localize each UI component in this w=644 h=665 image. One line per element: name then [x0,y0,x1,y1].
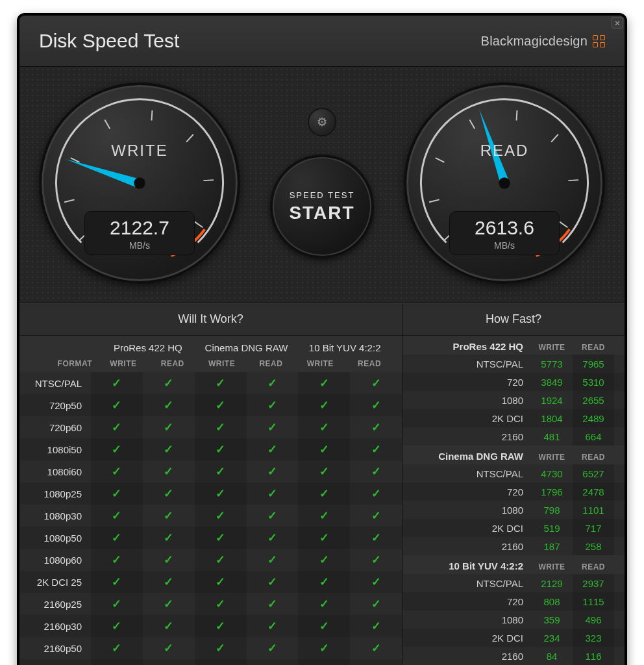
group-name: 10 Bit YUV 4:2:2 [413,560,531,571]
start-small-label: SPEED TEST [290,190,355,200]
check-icon: ✓ [195,659,247,665]
check-icon: ✓ [143,376,195,390]
hf-write-value: 187 [531,541,573,552]
hf-label: 2160 [413,431,531,442]
how-fast-row: 2K DCI519717 [402,519,625,537]
check-icon: ✓ [91,659,143,665]
table-row: 1080p30✓✓✓✓✓✓ [19,505,402,527]
hf-read-value: 717 [573,519,614,537]
format-label: 720p50 [19,400,91,411]
check-icon: ✓ [247,376,299,390]
read-unit: MB/s [450,240,558,251]
svg-line-11 [429,199,440,202]
svg-line-15 [551,134,558,142]
format-label: 2K DCI 25 [19,577,91,588]
table-row: 1080i60✓✓✓✓✓✓ [19,460,402,483]
check-icon: ✓ [298,593,350,615]
how-fast-row: NTSC/PAL21292937 [402,574,625,592]
will-it-work-panel: Will It Work? ProRes 422 HQ Cinema DNG R… [19,303,402,665]
check-icon: ✓ [350,575,402,589]
hf-label: 1080 [413,614,531,625]
hf-write-value: 808 [531,596,573,607]
check-icon: ✓ [143,531,195,545]
how-fast-panel: How Fast? ProRes 422 HQWRITEREADNTSC/PAL… [402,303,625,665]
app-title: Disk Speed Test [39,30,179,52]
gauge-panel: WRITE 2122.7 MB/s ⚙ SPEED TEST START [19,67,625,303]
table-row: 1080i50✓✓✓✓✓✓ [19,438,402,460]
check-icon: ✓ [350,486,402,501]
hf-write-value: 519 [531,523,573,534]
check-icon: ✓ [143,420,195,434]
settings-button[interactable]: ⚙ [308,108,336,136]
check-icon: ✓ [195,571,247,593]
bottom-section: Will It Work? ProRes 422 HQ Cinema DNG R… [19,303,625,665]
hf-read-value: 2655 [573,391,614,409]
how-fast-group-header: 10 Bit YUV 4:2:2WRITEREAD [402,555,625,574]
check-icon: ✓ [195,549,247,571]
check-icon: ✓ [247,508,299,523]
check-icon: ✓ [350,508,402,523]
hf-write-value: 84 [531,651,573,662]
table-row: 720p50✓✓✓✓✓✓ [19,394,402,416]
check-icon: ✓ [247,641,299,655]
hf-read-value: 664 [573,427,614,445]
read-value: 2613.6 [450,217,558,239]
check-icon: ✓ [350,641,402,655]
check-icon: ✓ [298,549,350,571]
hf-write-value: 798 [531,505,573,516]
format-label: 1080i50 [19,444,91,455]
check-icon: ✓ [350,376,402,390]
how-fast-row: 7208081115 [402,592,625,610]
check-icon: ✓ [91,593,143,615]
check-icon: ✓ [350,553,402,567]
start-button[interactable]: SPEED TEST START [270,155,374,258]
check-icon: ✓ [91,438,143,460]
col-write: WRITE [531,562,573,571]
write-unit: MB/s [85,240,193,251]
hf-label: 2K DCI [413,413,531,424]
hf-write-value: 3849 [531,377,573,388]
col-read: READ [573,562,614,571]
write-value: 2122.7 [85,217,193,239]
how-fast-title: How Fast? [402,303,625,336]
hf-write-value: 5773 [531,358,573,370]
brand-dots-icon [593,35,605,47]
check-icon: ✓ [247,575,299,589]
check-icon: ✓ [195,438,247,460]
hf-write-value: 1924 [531,395,573,406]
close-icon[interactable]: ✕ [612,17,623,29]
read-readout: 2613.6 MB/s [449,211,559,255]
hf-label: NTSC/PAL [413,578,531,589]
format-label: 1080i60 [19,466,91,477]
group-name: Cinema DNG RAW [413,451,531,462]
svg-line-4 [152,110,153,121]
hf-label: NTSC/PAL [413,358,531,370]
hf-read-value: 5310 [573,373,614,391]
header-bar: Disk Speed Test Blackmagicdesign [19,16,625,67]
write-gauge: WRITE 2122.7 MB/s [39,82,240,284]
hf-label: 1080 [413,395,531,406]
svg-line-6 [203,180,214,181]
check-icon: ✓ [298,637,350,659]
col-write: WRITE [531,453,573,462]
svg-line-5 [186,134,193,142]
check-icon: ✓ [143,442,195,457]
svg-line-17 [560,221,568,227]
how-fast-group-header: ProRes 422 HQWRITEREAD [402,336,625,355]
how-fast-row: NTSC/PAL57737965 [402,355,625,373]
table-row: 1080p25✓✓✓✓✓✓ [19,483,402,505]
hf-label: 720 [413,596,531,607]
hf-label: 720 [413,486,531,497]
check-icon: ✓ [195,394,247,416]
format-label: 1080p30 [19,510,91,521]
check-icon: ✓ [91,637,143,659]
check-icon: ✓ [91,505,143,527]
format-label: 1080p50 [19,533,91,544]
hf-write-value: 481 [531,431,573,442]
write-readout: 2122.7 MB/s [84,211,194,255]
codec-header-3: 10 Bit YUV 4:2:2 [295,342,394,355]
read-gauge: READ 2613.6 MB/s [404,82,605,284]
check-icon: ✓ [298,416,350,438]
check-icon: ✓ [298,659,350,665]
check-icon: ✓ [247,398,299,412]
